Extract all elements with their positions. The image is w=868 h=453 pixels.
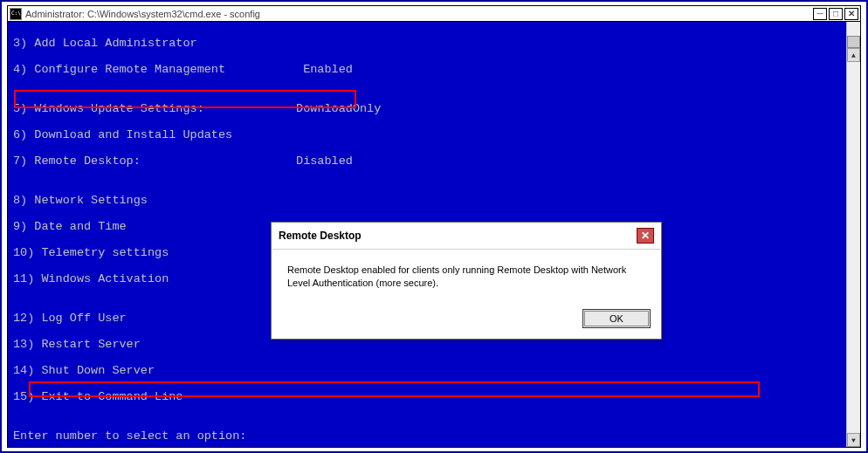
- dialog-message: Remote Desktop enabled for clients only …: [272, 250, 661, 302]
- menu-item-4: 4) Configure Remote Management Enabled: [13, 63, 855, 76]
- dialog-close-button[interactable]: ✕: [637, 228, 654, 244]
- prompt-select-option: Enter number to select an option:: [13, 429, 855, 443]
- menu-item-8: 8) Network Settings: [13, 194, 855, 207]
- cmd-icon: [10, 8, 22, 20]
- dialog-ok-button[interactable]: OK: [582, 309, 651, 328]
- remote-desktop-dialog: Remote Desktop ✕ Remote Desktop enabled …: [271, 222, 662, 340]
- scrollbar[interactable]: ▲ ▼: [846, 22, 860, 447]
- minimize-button[interactable]: ─: [813, 8, 827, 20]
- scroll-down-button[interactable]: ▼: [847, 433, 860, 447]
- menu-item-13: 13) Restart Server: [13, 338, 855, 351]
- menu-item-3: 3) Add Local Administrator: [13, 37, 855, 50]
- menu-item-15: 15) Exit to Command Line: [13, 390, 855, 403]
- menu-item-6: 6) Download and Install Updates: [13, 128, 855, 141]
- menu-item-7: 7) Remote Desktop: Disabled: [13, 154, 855, 168]
- menu-item-5: 5) Windows Update Settings: DownloadOnly: [13, 102, 855, 115]
- close-button[interactable]: ✕: [844, 8, 858, 20]
- window-controls: ─ □ ✕: [813, 8, 858, 20]
- scroll-thumb[interactable]: [847, 36, 860, 48]
- dialog-title-bar: Remote Desktop ✕: [272, 223, 661, 249]
- maximize-button[interactable]: □: [829, 8, 843, 20]
- scroll-up-button[interactable]: ▲: [847, 48, 860, 62]
- window-title: Administrator: C:\Windows\system32\cmd.e…: [25, 9, 813, 19]
- title-bar: Administrator: C:\Windows\system32\cmd.e…: [8, 6, 860, 22]
- menu-item-14: 14) Shut Down Server: [13, 364, 855, 377]
- window-frame: Administrator: C:\Windows\system32\cmd.e…: [0, 0, 868, 453]
- dialog-title-text: Remote Desktop: [279, 230, 362, 242]
- dialog-footer: OK: [272, 302, 661, 339]
